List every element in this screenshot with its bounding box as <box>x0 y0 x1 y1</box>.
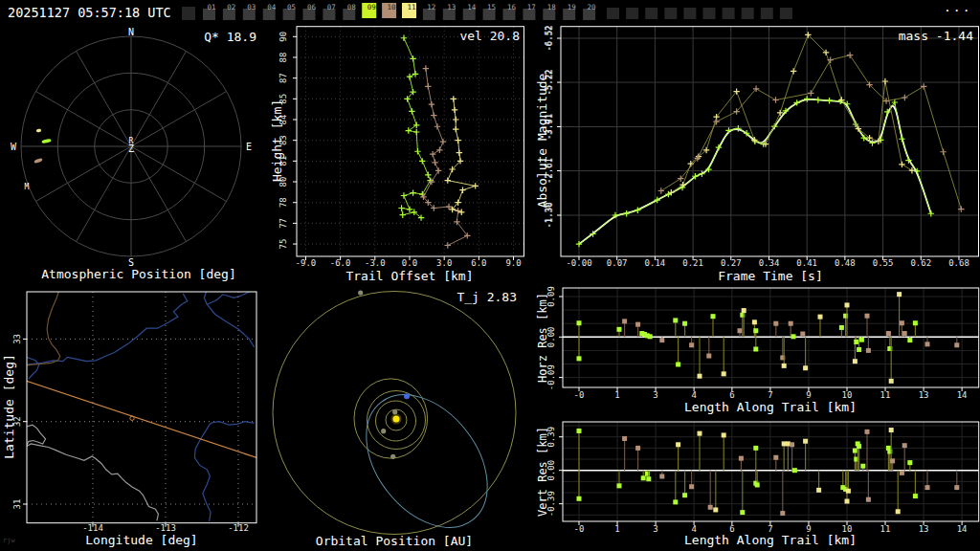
svg-text:-3.0: -3.0 <box>365 258 386 268</box>
map-y-axis-title: Latitude [deg] <box>2 354 16 459</box>
residual-point <box>859 338 864 342</box>
svg-text:17: 17 <box>527 3 536 11</box>
residual-point <box>673 499 678 504</box>
svg-text:-6.0: -6.0 <box>330 258 351 268</box>
planet-dot <box>392 409 397 414</box>
residual-point <box>782 364 787 368</box>
residual-point <box>698 374 702 379</box>
residual-point <box>773 321 778 326</box>
svg-text:16: 16 <box>507 3 517 11</box>
svg-text:07: 07 <box>327 3 336 11</box>
svg-text:88: 88 <box>278 53 288 63</box>
svg-text:0.55: 0.55 <box>873 258 894 268</box>
residual-point <box>886 331 891 336</box>
residual-point <box>698 431 702 436</box>
vert-res-x-axis-title: Length Along Trail [km] <box>563 533 978 547</box>
residual-point <box>900 320 904 325</box>
residual-point <box>897 292 902 297</box>
frame-thumb-extra[interactable] <box>723 8 735 19</box>
vert-res-panel: -0134679101113140.390.00-0.39 <box>546 422 979 534</box>
residual-point <box>913 320 918 325</box>
svg-text:6: 6 <box>729 390 734 400</box>
polar-panel: NSWERZM <box>11 27 252 268</box>
residual-point <box>635 322 640 327</box>
svg-text:6.0: 6.0 <box>471 258 486 268</box>
residual-point <box>738 328 743 333</box>
residual-point <box>845 498 850 503</box>
residual-point <box>890 458 895 463</box>
frame-thumb-extra[interactable] <box>703 8 716 19</box>
residual-point <box>954 342 959 347</box>
svg-text:10: 10 <box>388 3 397 11</box>
border-line <box>27 290 60 365</box>
river-line <box>27 294 188 364</box>
svg-text:9: 9 <box>806 390 811 400</box>
frame-thumb-extra[interactable] <box>607 8 619 19</box>
vert-res-y-axis-title: Vert Res [km] <box>536 427 549 517</box>
timestamp: 20251127 05:57:18 UTC <box>8 5 171 20</box>
svg-text:0.21: 0.21 <box>682 258 703 268</box>
residual-point <box>792 468 797 473</box>
svg-text:7: 7 <box>768 390 772 400</box>
residual-point <box>617 327 622 332</box>
residual-point <box>676 362 680 366</box>
fit-curve <box>579 99 931 244</box>
svg-text:20: 20 <box>588 3 597 11</box>
residual-point <box>682 493 687 497</box>
residual-point <box>907 460 912 465</box>
overflow-menu-icon[interactable]: ... <box>944 0 971 14</box>
residual-point <box>865 314 870 319</box>
residual-point <box>659 474 664 478</box>
frame-thumb-lead[interactable] <box>182 7 195 20</box>
residual-point <box>854 340 858 344</box>
svg-text:0.62: 0.62 <box>910 258 931 268</box>
residual-point <box>659 338 664 342</box>
residual-point <box>773 455 778 460</box>
svg-text:08: 08 <box>347 3 357 11</box>
residual-point <box>791 334 796 339</box>
residual-point <box>839 325 844 330</box>
river-line <box>194 422 254 521</box>
svg-text:-9.0: -9.0 <box>296 258 317 268</box>
residual-point <box>896 509 901 514</box>
residual-point <box>800 332 805 337</box>
svg-text:Z: Z <box>128 143 134 154</box>
frame-thumb-extra[interactable] <box>761 8 773 19</box>
frame-thumb-extra[interactable] <box>645 8 657 19</box>
residual-point <box>889 428 894 432</box>
svg-text:0.07: 0.07 <box>607 258 628 268</box>
frame-thumb-extra[interactable] <box>626 8 638 19</box>
residual-point <box>789 321 793 326</box>
residual-point <box>689 342 694 347</box>
planet-dot <box>390 454 395 459</box>
svg-text:09: 09 <box>368 3 376 11</box>
residual-point <box>739 456 744 461</box>
residual-point <box>954 485 959 490</box>
svg-text:-114: -114 <box>82 523 103 533</box>
frame-thumb-extra[interactable] <box>780 8 792 19</box>
residual-point <box>803 439 808 444</box>
river-line <box>27 357 39 378</box>
residual-point <box>902 443 907 448</box>
residual-point <box>866 348 871 353</box>
coastline <box>27 425 46 445</box>
svg-text:06: 06 <box>307 3 317 11</box>
residual-point <box>753 328 758 333</box>
residual-point <box>753 346 758 351</box>
frame-thumb-extra[interactable] <box>664 8 677 19</box>
svg-text:-112: -112 <box>228 523 249 533</box>
residual-point <box>900 471 904 475</box>
magnitude-panel: -0.000.070.140.210.270.340.410.480.550.6… <box>544 25 979 268</box>
frame-thumb-extra[interactable] <box>742 8 754 19</box>
svg-text:31: 31 <box>12 499 22 510</box>
residual-point <box>816 488 821 493</box>
velocity-label: vel 20.8 <box>373 29 520 43</box>
sun-icon <box>393 416 400 423</box>
svg-text:0.68: 0.68 <box>948 258 969 268</box>
frame-thumb-extra[interactable] <box>683 8 696 19</box>
svg-text:M: M <box>25 183 30 191</box>
residual-point <box>845 302 850 307</box>
svg-text:87: 87 <box>278 73 288 83</box>
residual-point <box>682 321 687 326</box>
residual-point <box>689 484 694 489</box>
